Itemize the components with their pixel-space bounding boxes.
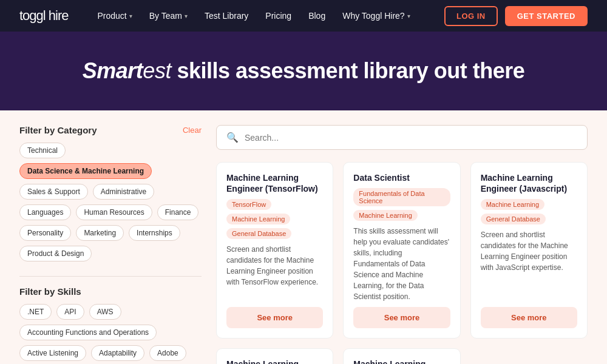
skills-filter-title: Filter by Skills <box>19 286 81 297</box>
category-tags: Technical Data Science & Machine Learnin… <box>19 143 202 261</box>
tag-marketing[interactable]: Marketing <box>76 225 124 241</box>
tag-finance[interactable]: Finance <box>157 204 199 220</box>
search-input[interactable] <box>245 133 577 143</box>
card-tags: Machine Learning General Database <box>481 199 577 224</box>
card-data-scientist: Data Scientist Fundamentals of Data Scie… <box>343 162 460 339</box>
card-pytorch: Machine Learning Engineer (PyTorch) PyTo… <box>216 348 333 364</box>
search-icon: 🔍 <box>226 132 239 143</box>
card-tag: Fundamentals of Data Science <box>353 188 450 206</box>
card-tag: Machine Learning <box>353 210 417 221</box>
nav-why-toggl[interactable]: Why Toggl Hire? ▾ <box>342 11 410 21</box>
hero-title-rest: skills assessment library out there <box>177 58 524 83</box>
clear-filter-button[interactable]: Clear <box>183 126 202 135</box>
hero-banner: Smartest skills assessment library out t… <box>0 32 607 110</box>
chevron-down-icon: ▾ <box>185 13 188 19</box>
sidebar: Filter by Category Clear Technical Data … <box>19 125 202 364</box>
skill-api[interactable]: API <box>56 304 84 320</box>
chevron-down-icon: ▾ <box>407 13 410 19</box>
nav-product[interactable]: Product ▾ <box>98 11 132 21</box>
skill-accounting[interactable]: Accounting Functions and Operations <box>19 325 157 340</box>
skill-aws[interactable]: AWS <box>89 304 121 320</box>
see-more-button[interactable]: See more <box>481 307 577 328</box>
chevron-down-icon: ▾ <box>129 13 132 19</box>
sidebar-divider <box>19 276 202 277</box>
skill-adobe[interactable]: Adobe <box>149 345 186 361</box>
skill-adaptability[interactable]: Adaptability <box>91 345 144 361</box>
navbar: toggl hire Product ▾ By Team ▾ Test Libr… <box>0 0 607 32</box>
tag-data-science[interactable]: Data Science & Machine Learning <box>19 163 152 179</box>
tag-technical[interactable]: Technical <box>19 143 66 158</box>
cards-grid: Machine Learning Engineer (TensorFlow) T… <box>216 162 588 364</box>
card-tags: TensorFlow Machine Learning General Data… <box>226 199 323 239</box>
card-title: Machine Learning Engineer (TensorFlow) <box>226 172 323 194</box>
card-tag: TensorFlow <box>226 199 271 210</box>
card-tag: Machine Learning <box>226 214 290 224</box>
category-filter-title: Filter by Category <box>19 125 97 135</box>
card-title: Machine Learning Engineer (PyTorch) <box>226 359 323 364</box>
tag-internships[interactable]: Internships <box>129 225 180 241</box>
nav-actions: LOG IN GET STARTED <box>444 6 588 26</box>
nav-by-team[interactable]: By Team ▾ <box>149 11 188 21</box>
card-description: Screen and shortlist candidates for the … <box>481 229 577 302</box>
card-tag: General Database <box>226 228 291 239</box>
card-tag: General Database <box>481 214 546 224</box>
nav-pricing[interactable]: Pricing <box>265 11 291 21</box>
tag-languages[interactable]: Languages <box>19 204 71 220</box>
see-more-button[interactable]: See more <box>226 307 323 328</box>
card-title: Machine Learning Engineer (Python) <box>353 359 450 364</box>
brand-logo[interactable]: toggl hire <box>19 8 69 24</box>
skills-filter-header: Filter by Skills <box>19 286 202 297</box>
card-tags: Fundamentals of Data Science Machine Lea… <box>353 188 450 221</box>
card-title: Machine Learning Engineer (Javascript) <box>481 172 577 194</box>
skill-active-listening[interactable]: Active Listening <box>19 345 86 361</box>
card-title: Data Scientist <box>353 172 450 183</box>
tag-human-resources[interactable]: Human Resources <box>76 204 152 220</box>
skills-tags: .NET API AWS Accounting Functions and Op… <box>19 304 202 364</box>
nav-blog[interactable]: Blog <box>308 11 325 21</box>
category-filter-section: Filter by Category Clear Technical Data … <box>19 125 202 261</box>
nav-links: Product ▾ By Team ▾ Test Library Pricing… <box>98 11 425 21</box>
tag-administrative[interactable]: Administrative <box>93 184 154 200</box>
see-more-button[interactable]: See more <box>353 307 450 328</box>
nav-test-library[interactable]: Test Library <box>205 11 248 21</box>
skill-dotnet[interactable]: .NET <box>19 304 52 320</box>
hero-title-italic-bold: Smart <box>83 58 143 83</box>
hero-title: Smartest skills assessment library out t… <box>19 58 588 84</box>
search-bar: 🔍 <box>216 125 588 150</box>
card-description: Screen and shortlist candidates for the … <box>226 244 323 302</box>
hero-title-italic-rest: est <box>143 58 171 83</box>
brand-name-light: hire <box>46 8 69 23</box>
content-area: 🔍 Machine Learning Engineer (TensorFlow)… <box>216 125 588 364</box>
tag-product-design[interactable]: Product & Design <box>19 246 92 261</box>
main-content: Filter by Category Clear Technical Data … <box>0 110 607 364</box>
card-tensorflow: Machine Learning Engineer (TensorFlow) T… <box>216 162 333 339</box>
card-python: Machine Learning Engineer (Python) Machi… <box>343 348 460 364</box>
card-description: This skills assessment will help you eva… <box>353 226 450 302</box>
tag-personality[interactable]: Personality <box>19 225 71 241</box>
skills-filter-section: Filter by Skills .NET API AWS Accounting… <box>19 286 202 364</box>
login-button[interactable]: LOG IN <box>444 6 498 26</box>
card-tag: Machine Learning <box>481 199 544 210</box>
brand-name-bold: toggl <box>19 8 46 23</box>
get-started-button[interactable]: GET STARTED <box>505 6 588 26</box>
category-filter-header: Filter by Category Clear <box>19 125 202 135</box>
tag-sales-support[interactable]: Sales & Support <box>19 184 88 200</box>
card-javascript: Machine Learning Engineer (Javascript) M… <box>470 162 588 339</box>
